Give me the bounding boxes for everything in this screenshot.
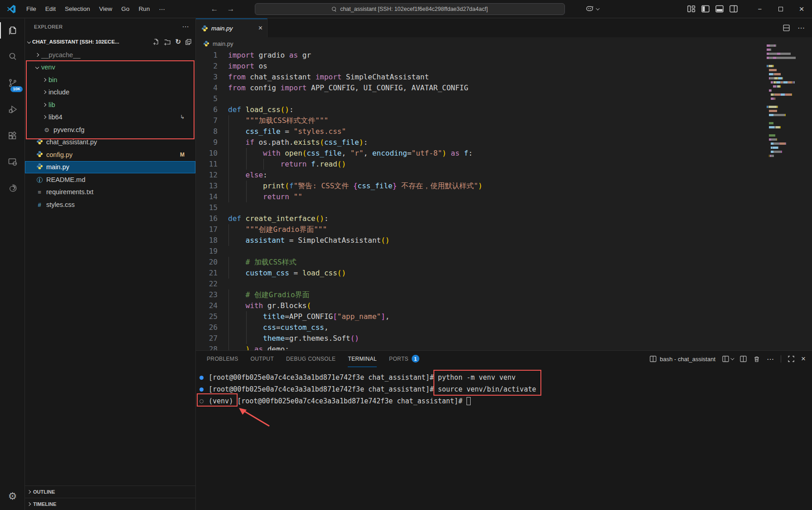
kill-terminal-trash-icon[interactable]	[754, 356, 760, 363]
toggle-secondary-sidebar-icon[interactable]	[729, 5, 738, 13]
panel-tab-problems[interactable]: PROBLEMS	[207, 351, 238, 367]
code-line: 16def create_interface():	[196, 213, 812, 224]
tree-item-venv[interactable]: venv	[25, 61, 195, 74]
new-folder-icon[interactable]	[164, 39, 171, 45]
search-icon	[7, 51, 18, 62]
tree-item--pycache-[interactable]: __pycache__	[25, 49, 195, 61]
split-terminal-icon[interactable]	[740, 356, 747, 362]
code-line: 23 # 创建Gradio界面	[196, 289, 812, 300]
panel-tab-debug-console[interactable]: DEBUG CONSOLE	[286, 351, 335, 367]
tab-bar: main.py × ⋯	[196, 19, 812, 37]
code-line: 11 return f.read()	[196, 159, 812, 170]
panel-tab-output[interactable]: OUTPUT	[251, 351, 274, 367]
scm-badge: 10K	[10, 86, 23, 92]
tree-item-config-py[interactable]: config.pyM	[25, 148, 195, 161]
code-editor[interactable]: 1import gradio as gr2import os3from chat…	[196, 50, 812, 350]
code-line: 6def load_css():	[196, 104, 812, 115]
tree-item-readme-md[interactable]: iREADME.md	[25, 173, 195, 186]
tree-item-bin[interactable]: bin	[25, 74, 195, 86]
remote-explorer-icon	[7, 157, 18, 167]
customize-layout-icon[interactable]	[687, 5, 695, 13]
minimap[interactable]	[767, 44, 806, 347]
menu-more[interactable]: ⋯	[154, 4, 170, 15]
indent-guide	[229, 115, 229, 126]
menu-view[interactable]: View	[95, 4, 117, 15]
activity-search[interactable]	[0, 45, 25, 69]
indent-guide	[246, 159, 247, 170]
timeline-section[interactable]: TIMELINE	[25, 498, 195, 510]
outline-label: OUTLINE	[33, 489, 55, 495]
outline-section[interactable]: OUTLINE	[25, 485, 195, 498]
tree-item-lib64[interactable]: lib64↳	[25, 111, 195, 124]
forward-arrow-icon[interactable]: →	[226, 5, 236, 14]
tree-item-main-py[interactable]: main.py	[25, 161, 195, 174]
maximize-panel-icon[interactable]	[788, 356, 794, 362]
new-terminal-button[interactable]	[722, 356, 733, 362]
chevron-right-icon	[27, 502, 31, 506]
new-file-icon[interactable]	[153, 39, 160, 45]
line-number: 8	[196, 126, 218, 137]
copilot-menu[interactable]	[586, 5, 598, 12]
maximize-button[interactable]	[770, 0, 791, 18]
gear-file-icon: ⚙	[43, 126, 50, 133]
editor-scrollbar[interactable]	[806, 50, 812, 350]
editor-more-icon[interactable]: ⋯	[797, 24, 805, 32]
terminal-line: (venv) [root@00fb025e0a7c4ce3a3a1bd871e7…	[196, 395, 812, 407]
code-line: 27 theme=gr.themes.Soft()	[196, 333, 812, 344]
line-number: 17	[196, 224, 218, 235]
activity-run-debug[interactable]	[0, 98, 25, 121]
python-file-icon	[201, 25, 208, 32]
activity-explorer[interactable]	[0, 19, 25, 42]
line-number: 4	[196, 83, 218, 93]
tab-main-py[interactable]: main.py ×	[196, 19, 267, 37]
breadcrumb[interactable]: main.py	[196, 37, 812, 50]
activity-extensions[interactable]	[0, 124, 25, 147]
tab-close-icon[interactable]: ×	[258, 25, 263, 32]
code-line: 13 print(f"警告: CSS文件 {css_file} 不存在，使用默认…	[196, 181, 812, 191]
split-editor-icon[interactable]	[783, 24, 790, 32]
panel-tab-ports[interactable]: PORTS1	[389, 351, 419, 367]
menu-go[interactable]: Go	[117, 4, 134, 15]
tree-item-requirements-txt[interactable]: ≡requirements.txt	[25, 186, 195, 199]
views-more-icon[interactable]: ⋯	[182, 23, 189, 31]
menu-run[interactable]: Run	[134, 4, 155, 15]
tree-item-styles-css[interactable]: #styles.css	[25, 198, 195, 211]
activity-lingma-extension[interactable]	[0, 177, 25, 200]
panel-more-icon[interactable]: ⋯	[767, 355, 774, 363]
close-window-button[interactable]: ×	[791, 0, 812, 18]
command-success-dot-icon	[199, 376, 204, 380]
command-center-search[interactable]: chat_assistant [SSH: 102ecef1f6e84c298ff…	[255, 3, 565, 15]
code-line: 2import os	[196, 61, 812, 72]
terminal-output[interactable]: [root@00fb025e0a7c4ce3a3a1bd871e742f3e c…	[196, 372, 812, 510]
back-arrow-icon[interactable]: ←	[209, 5, 219, 14]
terminal-instance[interactable]: bash - chat_assistant	[650, 356, 715, 363]
collapse-folders-icon[interactable]	[185, 39, 192, 45]
tree-item-chat-assistant-py[interactable]: chat_assistant.py	[25, 136, 195, 149]
code-line: 17 """创建Gradio界面"""	[196, 224, 812, 235]
refresh-icon[interactable]: ↻	[175, 38, 181, 46]
workspace-section-header[interactable]: CHAT_ASSISTANT [SSH: 102ECE... ↻	[25, 35, 195, 49]
panel-tab-terminal[interactable]: TERMINAL	[348, 351, 377, 367]
indent-guide	[246, 181, 247, 191]
chevron-down-icon	[730, 356, 734, 360]
menu-selection[interactable]: Selection	[60, 4, 95, 15]
minimize-button[interactable]: −	[749, 0, 770, 18]
indent-guide	[229, 268, 229, 279]
activity-remote-explorer[interactable]	[0, 150, 25, 174]
toggle-primary-sidebar-icon[interactable]	[701, 5, 710, 13]
tree-item-pyvenv-cfg[interactable]: ⚙pyvenv.cfg	[25, 123, 195, 136]
menu-edit[interactable]: Edit	[41, 4, 60, 15]
activity-source-control[interactable]: 10K	[0, 71, 25, 95]
command-success-dot-icon	[199, 387, 204, 392]
tree-item-include[interactable]: include	[25, 86, 195, 99]
menu-file[interactable]: File	[22, 4, 41, 15]
indent-guide	[246, 191, 247, 202]
terminal-title: bash - chat_assistant	[660, 356, 715, 363]
settings-gear-button[interactable]: ⚙	[0, 486, 25, 506]
tree-item-lib[interactable]: lib	[25, 98, 195, 111]
line-number: 13	[196, 181, 218, 191]
tree-item-label: styles.css	[46, 201, 75, 208]
close-panel-icon[interactable]: ×	[801, 354, 806, 363]
toggle-panel-icon[interactable]	[715, 5, 724, 13]
indent-guide	[229, 170, 229, 181]
